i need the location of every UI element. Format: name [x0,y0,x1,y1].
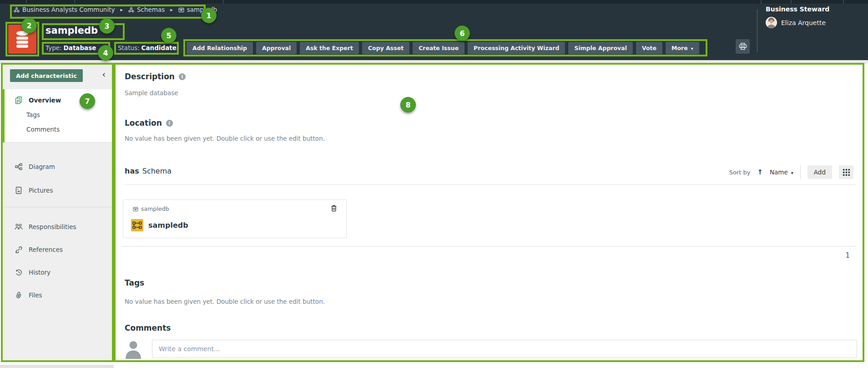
grid-view-button[interactable] [839,165,853,179]
people-icon [15,224,23,230]
comments-section-heading: Comments [125,323,171,332]
sidebar-item-label: Overview [29,97,61,104]
breadcrumb-label: sampledb [187,6,217,13]
link-icon [15,246,23,253]
controls-divider [800,165,801,179]
sidebar-item-label: Tags [26,111,40,118]
collibra-asset-page: Business Analysts Community ▸ Schemas ▸ … [0,0,868,368]
page-title: sampledb [45,25,98,36]
chevron-down-icon: ▾ [791,170,793,175]
sidebar-item-references[interactable]: References [3,242,112,257]
breadcrumb-item-schemas[interactable]: Schemas [128,6,165,13]
sidebar-item-tags[interactable]: Tags [5,107,112,122]
add-relationship-button[interactable]: Add Relationship [187,42,253,54]
sidebar-item-label: Diagram [29,163,55,170]
type-value: Database [64,44,96,51]
location-heading: Location [125,118,162,128]
ask-the-expert-button[interactable]: Ask the Expert [300,42,359,54]
schema-card-header-label: sampledb [141,205,169,212]
paperclip-icon [15,291,23,299]
vote-button[interactable]: Vote [636,42,662,54]
sidebar-item-diagram[interactable]: Diagram [3,159,112,174]
sidebar-next-section [0,365,114,368]
sidebar-item-overview[interactable]: Overview [5,93,112,107]
sidebar-divider [3,207,112,207]
sidebar: Add characteristic ‹ Overview Tags Comme… [1,63,114,362]
breadcrumb-item-asset[interactable]: sampledb [178,6,217,13]
database-asset-icon [8,25,36,54]
card-list-divider [122,246,856,247]
info-icon[interactable]: i [179,73,186,80]
grid-icon [843,169,850,176]
sidebar-item-comments[interactable]: Comments [5,122,112,137]
schema-asset-icon [131,219,143,231]
asset-type: Type:Database [45,44,96,51]
avatar [766,17,777,28]
printer-icon [739,43,747,50]
chevron-down-icon: ▾ [691,46,693,51]
info-icon[interactable]: i [166,120,173,127]
more-label: More [671,45,688,51]
sidebar-item-responsibilities[interactable]: Responsibilities [3,220,112,234]
sidebar-item-label: Responsibilities [29,223,76,230]
add-schema-button[interactable]: Add [807,165,832,179]
tags-section-heading: Tags [125,278,144,287]
schema-card-body[interactable]: sampledb [131,219,188,231]
breadcrumb-separator-icon: ▸ [169,7,174,13]
description-value[interactable]: Sample database [125,89,178,97]
page-number[interactable]: 1 [845,251,850,260]
window-top-strip [0,0,868,4]
sidebar-item-pictures[interactable]: Pictures [3,183,112,198]
tags-empty-value[interactable]: No value has been given yet. Double clic… [125,298,325,305]
sidebar-item-label: References [29,246,63,253]
comments-heading: Comments [125,323,171,332]
collapse-sidebar-icon[interactable]: ‹ [102,70,106,79]
comment-composer [125,340,857,359]
create-issue-button[interactable]: Create Issue [413,42,464,54]
header-divider [757,9,757,52]
sort-ascending-icon[interactable]: ↑ [757,168,763,176]
more-button[interactable]: More▾ [666,42,699,54]
sidebar-item-history[interactable]: History [3,265,112,280]
copy-asset-button[interactable]: Copy Asset [362,42,409,54]
section-rule [125,184,856,185]
steward-role-label: Business Steward [766,5,829,13]
steward-user[interactable]: Eliza Arquette [766,17,829,28]
sort-field-label: Name [770,169,788,176]
sidebar-item-label: Files [29,291,42,299]
responsibility-block: Business Steward Eliza Arquette [766,5,829,28]
asset-box-icon [133,206,138,212]
approval-button[interactable]: Approval [256,42,297,54]
asset-box-icon [178,7,184,13]
community-icon [128,7,134,13]
location-section-heading: Location i [125,118,173,128]
status-label: Status: [118,44,140,51]
breadcrumb-label: Schemas [137,6,165,13]
comment-input[interactable] [152,340,857,358]
simple-approval-button[interactable]: Simple Approval [568,42,633,54]
type-label: Type: [45,44,62,51]
breadcrumb: Business Analysts Community ▸ Schemas ▸ … [14,6,217,13]
community-icon [14,7,20,13]
has-schema-heading: hasSchema [125,167,172,175]
relation-type: Schema [142,167,172,175]
sort-field-dropdown[interactable]: Name▾ [770,169,793,176]
print-button[interactable] [736,39,750,54]
action-toolbar: Add Relationship Approval Ask the Expert… [187,42,699,54]
add-characteristic-button[interactable]: Add characteristic [10,69,83,82]
history-clock-icon [15,269,23,276]
sort-by-label: Sort by [729,169,751,176]
breadcrumb-item-community[interactable]: Business Analysts Community [14,6,115,13]
sidebar-item-files[interactable]: Files [3,288,112,302]
app-header: Business Analysts Community ▸ Schemas ▸ … [0,0,868,60]
schema-card-header: sampledb [133,205,169,212]
description-section-heading: Description i [125,72,186,81]
location-empty-value[interactable]: No value has been given yet. Double clic… [125,135,325,142]
schema-card-title: sampledb [148,221,188,230]
schema-card[interactable]: sampledb sampledb [123,199,347,238]
delete-relation-button[interactable] [331,204,337,212]
processing-activity-wizard-button[interactable]: Processing Activity Wizard [468,42,565,54]
schema-section-controls: Sort by ↑ Name▾ Add [729,165,853,179]
pictures-icon [15,187,23,194]
document-icon [15,96,23,104]
